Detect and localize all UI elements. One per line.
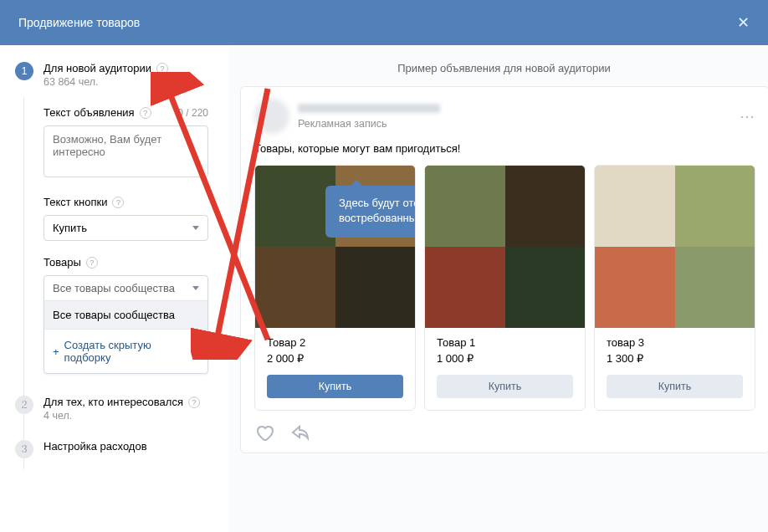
create-hidden-collection[interactable]: + Создать скрытую подборку <box>44 329 207 373</box>
products-row: Здесь будут отображаться самые востребов… <box>241 165 768 411</box>
step-3[interactable]: 3 Настройка расходов <box>15 440 208 458</box>
step-1[interactable]: 1 Для новой аудитории? 63 864 чел. <box>15 62 208 88</box>
ad-text-input[interactable] <box>44 125 208 177</box>
char-counter: 0 / 220 <box>177 107 208 119</box>
goods-option-all[interactable]: Все товары сообщества <box>44 300 207 329</box>
tooltip-text: Здесь будут отображаться самые востребов… <box>339 197 416 224</box>
help-icon[interactable]: ? <box>86 257 98 269</box>
ad-text-section: Текст объявления ? 0 / 220 <box>44 106 208 181</box>
goods-label: Товары <box>44 256 81 269</box>
left-panel: 1 Для новой аудитории? 63 864 чел. Текст… <box>0 45 228 532</box>
more-icon[interactable]: ⋯ <box>740 107 755 125</box>
buy-button[interactable]: Купить <box>607 375 743 398</box>
plus-icon: + <box>53 345 59 358</box>
preview-panel: Пример объявления для новой аудитории Ре… <box>228 45 768 532</box>
step-3-title: Настройка расходов <box>44 440 147 453</box>
step-2-sub: 4 чел. <box>44 410 208 422</box>
goods-section: Товары ? Все товары сообщества Все товар… <box>44 256 208 374</box>
product-price: 2 000 ₽ <box>267 352 403 365</box>
product-image <box>425 166 585 328</box>
goods-select[interactable]: Все товары сообщества Все товары сообщес… <box>44 275 208 374</box>
ad-label: Рекламная запись <box>298 118 731 130</box>
step-bullet-3: 3 <box>15 440 33 458</box>
close-icon[interactable]: ✕ <box>737 13 750 32</box>
help-icon[interactable]: ? <box>112 197 124 208</box>
step-bullet-1: 1 <box>15 62 33 80</box>
chevron-down-icon <box>192 226 199 230</box>
product-price: 1 300 ₽ <box>607 352 743 365</box>
step-1-title: Для новой аудитории <box>44 62 151 74</box>
product-name: Товар 2 <box>267 336 403 349</box>
buy-button[interactable]: Купить <box>267 375 403 398</box>
buy-button[interactable]: Купить <box>437 375 573 398</box>
ad-preview-card: Рекламная запись ⋯ Товары, которые могут… <box>240 86 768 453</box>
help-icon[interactable]: ? <box>140 107 151 119</box>
preview-title: Пример объявления для новой аудитории <box>240 62 768 74</box>
product-name: товар 3 <box>607 336 743 349</box>
modal-header: Продвижение товаров ✕ <box>0 0 768 45</box>
button-text-label: Текст кнопки <box>44 196 107 208</box>
button-text-section: Текст кнопки ? Купить <box>44 196 208 241</box>
step-bullet-2: 2 <box>15 396 33 414</box>
info-tooltip: Здесь будут отображаться самые востребов… <box>325 186 416 238</box>
create-label: Создать скрытую подборку <box>64 339 199 364</box>
button-text-select[interactable]: Купить <box>44 215 208 241</box>
product-card[interactable]: товар 3 1 300 ₽ Купить <box>594 165 755 411</box>
product-image <box>595 166 755 328</box>
product-name: Товар 1 <box>437 336 573 349</box>
step-line <box>23 97 24 469</box>
share-icon[interactable] <box>289 422 310 442</box>
publisher-name <box>298 104 440 113</box>
help-icon[interactable]: ? <box>156 63 168 74</box>
help-icon[interactable]: ? <box>188 396 200 408</box>
product-price: 1 000 ₽ <box>437 352 573 365</box>
step-2[interactable]: 2 Для тех, кто интересовался? 4 чел. <box>15 396 208 422</box>
step-2-title: Для тех, кто интересовался <box>44 396 183 408</box>
product-card[interactable]: Здесь будут отображаться самые востребов… <box>254 165 416 411</box>
ad-lead-text: Товары, которые могут вам пригодиться! <box>241 142 768 165</box>
avatar <box>254 99 289 134</box>
button-text-value: Купить <box>53 222 87 234</box>
modal-title: Продвижение товаров <box>18 16 140 29</box>
step-1-sub: 63 864 чел. <box>44 76 208 88</box>
goods-selected: Все товары сообщества <box>53 282 175 294</box>
ad-text-label: Текст объявления <box>44 106 135 119</box>
chevron-down-icon <box>192 286 199 290</box>
like-icon[interactable] <box>254 422 274 442</box>
post-actions <box>241 411 768 442</box>
product-card[interactable]: Товар 1 1 000 ₽ Купить <box>424 165 586 411</box>
